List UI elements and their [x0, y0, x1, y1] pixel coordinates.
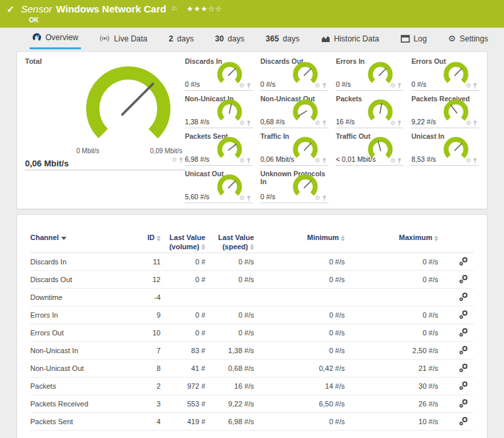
gauge-settings-icon[interactable]: ⚙	[315, 120, 320, 126]
gauge-value: 0 #/s	[261, 193, 276, 201]
channel-name: Discards Out	[30, 276, 128, 283]
table-row[interactable]: Discards In 11 0 # 0 #/s 0 #/s 0 #/s	[30, 253, 474, 271]
tab-label: Log	[414, 34, 427, 43]
table-row[interactable]: Discards Out 12 0 # 0 #/s 0 #/s 0 #/s	[30, 271, 474, 289]
channel-settings-gears-icon[interactable]	[459, 274, 468, 284]
gauge-settings-icon[interactable]: ⚙	[239, 158, 245, 164]
last-value-volume: 41 #	[161, 364, 205, 372]
tab-settings[interactable]: ⚙ Settings	[445, 28, 491, 49]
channel-settings-gears-icon[interactable]	[459, 363, 468, 373]
maximum-value: 0 #/s	[345, 276, 438, 283]
column-header-channel[interactable]: Channel	[30, 233, 128, 243]
gauge-settings-icon[interactable]: ⚙	[390, 83, 395, 89]
status-badge: OK	[29, 16, 497, 24]
gauge-settings-icon[interactable]: ⚙	[239, 83, 245, 89]
pin-icon[interactable]	[322, 120, 327, 126]
gauge-settings-icon[interactable]: ⚙	[390, 120, 395, 126]
pin-icon[interactable]	[472, 158, 478, 164]
table-row[interactable]: Errors In 9 0 # 0 #/s 0 #/s 0 #/s	[30, 306, 474, 324]
minimum-value: 0 #/s	[254, 347, 345, 354]
gauge-settings-icon[interactable]: ⚙	[315, 195, 320, 201]
tab-log[interactable]: Log	[398, 28, 430, 49]
table-row[interactable]: Non-Unicast Out 8 41 # 0,68 #/s 0,42 #/s…	[30, 360, 474, 377]
column-header-id[interactable]: ID	[128, 233, 161, 243]
channel-settings-gears-icon[interactable]	[459, 416, 468, 426]
channel-name: Non-Unicast Out	[30, 364, 128, 372]
gauge-settings-icon[interactable]: ⚙	[390, 158, 395, 164]
channel-id: 11	[128, 258, 161, 266]
gauge-value: < 0,01 Mbit/s	[336, 155, 376, 163]
channel-settings-gears-icon[interactable]	[459, 310, 468, 320]
gauge-value: 6,98 #/s	[185, 155, 209, 163]
gauge-cell: Packets Received 9,22 #/s ⚙	[411, 95, 479, 128]
channel-settings-gears-icon[interactable]	[459, 399, 468, 408]
pin-icon[interactable]	[246, 83, 251, 89]
pin-icon[interactable]	[397, 120, 402, 126]
tab-overview[interactable]: Overview	[30, 28, 81, 49]
column-header-last-value-volume[interactable]: Last Value (volume)	[161, 233, 205, 252]
flag-icon[interactable]: ⚐	[172, 5, 178, 12]
table-row[interactable]: Packets Sent 4 419 # 6,98 #/s 0 #/s 10 #…	[30, 413, 474, 431]
gauge-settings-icon[interactable]: ⚙	[172, 157, 177, 163]
gauge-settings-icon[interactable]: ⚙	[466, 83, 471, 89]
table-row[interactable]: Errors Out 10 0 # 0 #/s 0 #/s 0 #/s	[30, 324, 474, 342]
channel-settings-gears-icon[interactable]	[459, 345, 468, 355]
status-check-icon: ✓	[7, 4, 14, 14]
pin-icon[interactable]	[397, 83, 402, 89]
priority-stars[interactable]: ★★★☆☆	[187, 5, 222, 13]
pin-icon[interactable]	[246, 120, 251, 126]
tab-2-days[interactable]: 2 days	[166, 28, 196, 49]
pin-icon[interactable]	[322, 195, 327, 201]
tab-label: days	[228, 34, 244, 43]
pin-icon[interactable]	[397, 158, 402, 164]
minimum-value: 14 #/s	[254, 382, 345, 390]
pin-icon[interactable]	[472, 120, 478, 126]
channel-settings-gears-icon[interactable]	[459, 256, 468, 266]
page-title: Windows Network Card	[56, 3, 166, 14]
log-icon	[401, 35, 410, 43]
minimum-value: 0 #/s	[254, 329, 345, 337]
pin-icon[interactable]	[322, 158, 327, 164]
channel-settings-gears-icon[interactable]	[459, 328, 468, 337]
channel-id: 12	[128, 276, 161, 283]
gauge-value: 0 #/s	[261, 80, 276, 88]
table-row[interactable]: Packets Received 3 553 # 9,22 #/s 6,50 #…	[30, 395, 474, 413]
pin-icon[interactable]	[322, 83, 327, 89]
gauge-value: 9,22 #/s	[411, 118, 436, 126]
gauge-settings-icon[interactable]: ⚙	[466, 158, 471, 164]
tab-365-days[interactable]: 365 days	[263, 28, 302, 49]
maximum-value: 21 #/s	[345, 364, 438, 372]
pin-icon[interactable]	[472, 83, 478, 89]
channel-name: Errors Out	[30, 329, 128, 337]
last-value-speed: 16 #/s	[205, 382, 254, 390]
gauge-value: 8,53 #/s	[411, 155, 436, 163]
minimum-value: 0 #/s	[254, 311, 345, 319]
minimum-value: 0,42 #/s	[254, 364, 345, 372]
channel-table-panel: Channel ID Last Value (volume) Last Valu…	[16, 214, 488, 438]
column-header-last-value-speed[interactable]: Last Value (speed)	[205, 233, 254, 252]
pin-icon[interactable]	[178, 157, 184, 163]
maximum-value: 26 #/s	[345, 400, 438, 408]
column-header-minimum[interactable]: Minimum	[254, 233, 345, 243]
gauge-settings-icon[interactable]: ⚙	[239, 195, 245, 201]
pin-icon[interactable]	[246, 195, 251, 201]
tab-label: Overview	[45, 33, 78, 42]
table-row[interactable]: Non-Unicast In 7 83 # 1,38 #/s 0 #/s 2,5…	[30, 342, 474, 360]
pin-icon[interactable]	[246, 158, 251, 164]
tab-30-days[interactable]: 30 days	[213, 28, 247, 49]
gauge-cell: Traffic In 0,06 Mbit/s ⚙	[261, 132, 328, 166]
channel-settings-gears-icon[interactable]	[459, 381, 468, 391]
gauge-settings-icon[interactable]: ⚙	[315, 83, 320, 89]
gauge-settings-icon[interactable]: ⚙	[315, 158, 320, 164]
tab-historic-data[interactable]: Historic Data	[318, 28, 382, 49]
gauge-settings-icon[interactable]: ⚙	[466, 120, 471, 126]
gauge-settings-icon[interactable]: ⚙	[239, 120, 245, 126]
tab-live-data[interactable]: Live Data	[97, 28, 150, 49]
object-kind-label: Sensor	[21, 3, 53, 14]
last-value-volume: 0 #	[161, 258, 205, 266]
table-row[interactable]: Downtime -4	[30, 289, 474, 306]
column-header-maximum[interactable]: Maximum	[345, 233, 438, 243]
channel-id: 8	[128, 364, 161, 372]
channel-settings-gears-icon[interactable]	[459, 292, 468, 302]
table-row[interactable]: Packets 2 972 # 16 #/s 14 #/s 30 #/s	[30, 377, 474, 395]
